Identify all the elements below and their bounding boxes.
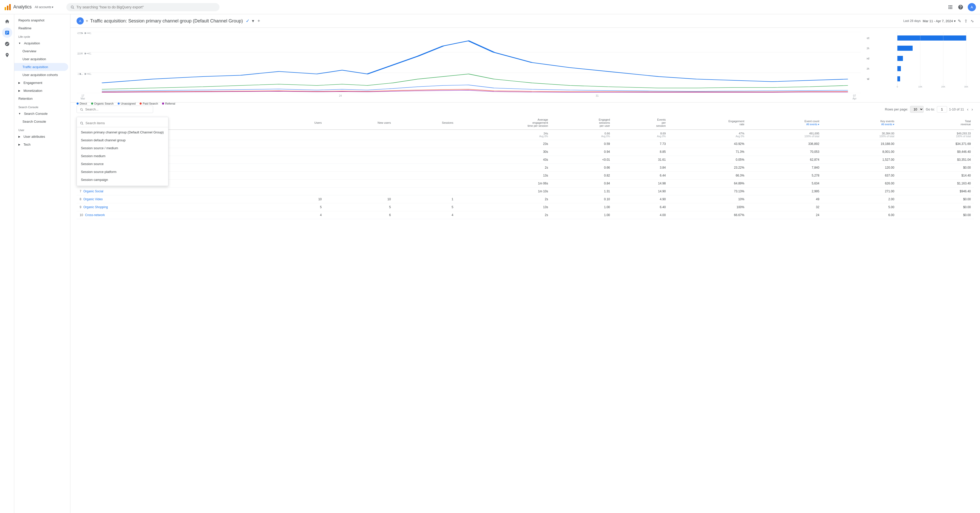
acquisition-expand-arrow: ▼ <box>18 42 21 44</box>
bar-direct <box>897 35 966 41</box>
dropdown-item-1[interactable]: Session default channel group <box>77 136 168 144</box>
channel-organic-shopping[interactable]: Organic Shopping <box>83 205 108 209</box>
col-header-engaged-sessions[interactable]: Engagedsessionsper user <box>551 116 613 130</box>
global-search[interactable] <box>66 3 220 11</box>
rail-home[interactable] <box>2 16 12 27</box>
dropdown-item-6[interactable]: Session campaign <box>77 176 168 184</box>
sidebar-item-realtime[interactable]: Realtime <box>14 24 68 32</box>
table-search-input[interactable] <box>85 107 150 111</box>
dropdown-search-icon <box>80 121 83 125</box>
col-header-key-events[interactable]: Key eventsAll events ▾ <box>822 116 897 130</box>
apps-icon[interactable] <box>947 4 953 10</box>
icon-rail <box>0 14 14 513</box>
rows-per-page-select[interactable]: 10 25 50 <box>910 106 924 113</box>
col-header-new-users[interactable]: New users <box>325 116 394 130</box>
sidebar-item-tech[interactable]: ▶ Tech <box>14 141 68 148</box>
svg-text:0: 0 <box>76 93 84 93</box>
col-header-sessions[interactable]: Sessions <box>394 116 456 130</box>
dropdown-item-5[interactable]: Session source platform <box>77 168 168 176</box>
title-check-icon: ✓ <box>246 18 250 24</box>
svg-text:Unassigned: Unassigned <box>867 57 869 60</box>
top-navigation: Analytics All accounts ▾ A <box>0 0 980 14</box>
svg-line-4 <box>73 8 74 9</box>
col-header-avg-engagement[interactable]: Averageengagementtime per session <box>456 116 551 130</box>
svg-text:Paid Search: Paid Search <box>867 67 869 70</box>
col-header-events-per-session[interactable]: Eventspersession <box>613 116 669 130</box>
dropdown-item-2[interactable]: Session source / medium <box>77 144 168 152</box>
svg-text:10K: 10K <box>918 86 922 88</box>
rail-advertising[interactable] <box>2 50 12 60</box>
help-icon[interactable] <box>958 4 964 10</box>
global-search-input[interactable] <box>76 5 215 9</box>
search-icon <box>70 5 74 9</box>
sidebar-item-acquisition[interactable]: ▼ Acquisition <box>14 39 68 47</box>
table-search-icon <box>80 108 83 111</box>
rail-reports[interactable] <box>2 27 12 38</box>
total-key-events: 30,384.00100% of total <box>822 130 897 140</box>
svg-text:Referral: Referral <box>867 77 869 80</box>
chart-section: 3K 2K 1K 0 17Mar 24 31 07Apr <box>70 28 980 103</box>
next-page-button[interactable]: › <box>970 106 974 113</box>
svg-point-30 <box>80 108 83 110</box>
sidebar-item-user-attributes-group[interactable]: ▶ User attributes <box>14 133 68 141</box>
page-info: 1-10 of 11 <box>949 107 964 111</box>
sidebar-lifecycle-label: Life cycle <box>14 32 70 39</box>
x-axis-labels: 17Mar 24 31 07Apr <box>76 94 861 100</box>
sidebar-item-monetization[interactable]: ▶ Monetization <box>14 87 68 95</box>
svg-point-3 <box>71 6 73 8</box>
svg-text:0: 0 <box>897 86 898 88</box>
table-row: 2Organic Search 30s0.948.85 71.3%70,0538… <box>76 148 974 156</box>
svg-text:2K: 2K <box>76 52 92 55</box>
sidebar-item-reports-snapshot[interactable]: Reports snapshot <box>14 16 68 24</box>
col-header-total-revenue[interactable]: Totalrevenue <box>897 116 974 130</box>
sidebar-item-traffic-acquisition[interactable]: Traffic acquisition <box>14 63 68 71</box>
page-nav: ‹ › <box>966 106 974 113</box>
total-new-users <box>325 130 394 140</box>
user-attributes-expand-arrow: ▶ <box>18 135 21 138</box>
dimension-dropdown: Session primary channel group (Default C… <box>76 117 169 186</box>
add-comparison-button[interactable]: + <box>86 19 88 23</box>
sidebar-item-engagement[interactable]: ▶ Engagement <box>14 79 68 87</box>
analytics-logo-icon <box>4 3 11 11</box>
sidebar-item-overview[interactable]: Overview <box>14 47 68 55</box>
share-icon[interactable]: ⇧ <box>964 19 967 24</box>
sidebar-item-user-acquisition-cohorts[interactable]: User acquisition cohorts <box>14 71 68 79</box>
dropdown-search-area[interactable] <box>77 119 168 127</box>
dropdown-search-input[interactable] <box>86 121 165 125</box>
date-range-selector[interactable]: Last 28 days Mar 11 - Apr 7, 2024 ▾ <box>903 19 956 23</box>
app-logo[interactable]: Analytics All accounts ▾ <box>4 3 60 11</box>
total-avg-engagement: 24sAvg 0% <box>456 130 551 140</box>
account-selector[interactable]: All accounts ▾ <box>35 5 53 9</box>
bar-chart-svg: Direct Organic Search Unassigned Paid Se… <box>867 32 974 88</box>
col-header-engagement-rate[interactable]: Engagementrate <box>669 116 748 130</box>
sidebar-item-user-acquisition[interactable]: User acquisition <box>14 55 68 63</box>
prev-page-button[interactable]: ‹ <box>966 106 969 113</box>
table-row: 5Referral 13s0.826.44 66.3%5,278637.00$1… <box>76 172 974 179</box>
title-dropdown-icon[interactable]: ▾ <box>252 18 254 24</box>
svg-rect-1 <box>7 6 8 10</box>
rail-explore[interactable] <box>2 39 12 49</box>
insights-icon[interactable]: ∿ <box>970 19 974 24</box>
dropdown-item-4[interactable]: Session source <box>77 160 168 168</box>
data-table: Session primary channel group(Default Ch… <box>76 116 974 219</box>
table-row: 4Paid Search 2s0.663.84 23.22%7,840120.0… <box>76 164 974 172</box>
channel-organic-video-8[interactable]: Organic Video <box>83 197 103 201</box>
sidebar-item-retention[interactable]: Retention <box>14 95 68 103</box>
table-search-box[interactable] <box>76 106 153 113</box>
channel-cross-network[interactable]: Cross-network <box>85 213 105 217</box>
sidebar-item-search-console-group[interactable]: ▼ Search Console <box>14 110 68 118</box>
edit-report-icon[interactable]: ✎ <box>958 19 961 24</box>
dropdown-item-0[interactable]: Session primary channel group (Default C… <box>77 128 168 136</box>
dropdown-item-3[interactable]: Session medium <box>77 152 168 160</box>
user-avatar[interactable]: A <box>968 3 976 11</box>
table-row: 8Organic Video 10101 2s0.104.90 10%492.0… <box>76 195 974 203</box>
sidebar-item-search-console[interactable]: Search Console <box>14 118 68 125</box>
title-add-icon[interactable]: + <box>258 18 260 24</box>
col-header-users[interactable]: Users <box>277 116 325 130</box>
channel-organic-social[interactable]: Organic Social <box>83 189 103 193</box>
goto-page-input[interactable] <box>937 106 947 113</box>
sidebar: Reports snapshot Realtime Life cycle ▼ A… <box>14 14 70 513</box>
svg-text:20K: 20K <box>941 86 945 88</box>
col-header-event-count[interactable]: Event countAll events ▾ <box>748 116 822 130</box>
page-avatar[interactable]: A <box>76 17 84 24</box>
